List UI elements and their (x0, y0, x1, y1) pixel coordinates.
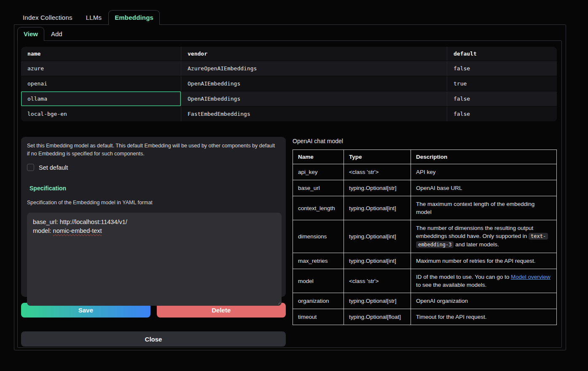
specification-yaml-editor[interactable]: base_url: http://localhost:11434/v1/ mod… (27, 213, 282, 306)
doc-column: OpenAI chat model Name Type Description (293, 137, 557, 347)
field-description: The number of dimensions the resulting o… (411, 220, 556, 253)
resize-handle-icon[interactable] (276, 300, 280, 304)
doc-table-header: Name Type Description (293, 150, 557, 164)
field-description: OpenAI organization (411, 293, 556, 309)
main-tab-bar: Index Collections LLMs Embeddings (14, 9, 588, 24)
field-type: typing.Optional[str] (344, 293, 411, 309)
doc-row-organization: organization typing.Optional[str] OpenAI… (293, 293, 557, 309)
field-description: Maximum number of retries for the API re… (411, 253, 556, 269)
field-type: <class 'str'> (344, 164, 411, 180)
set-default-row: Set default (27, 164, 280, 171)
doc-column-name: Name (293, 150, 344, 164)
table-row-openai[interactable]: openai OpenAIEmbeddings true (21, 76, 557, 91)
field-name: api_key (293, 164, 344, 180)
field-name: dimensions (293, 220, 344, 253)
field-description: API key (411, 164, 556, 180)
tab-add[interactable]: Add (44, 27, 69, 40)
table-row-azure[interactable]: azure AzureOpenAIEmbeddings false (21, 61, 557, 76)
doc-row-dimensions: dimensions typing.Optional[int] The numb… (293, 220, 557, 253)
model-fields-table: Name Type Description api_key <class 'st… (293, 149, 557, 325)
cell-default: false (447, 61, 557, 76)
field-name: max_retries (293, 253, 344, 269)
field-description: Timeout for the API request. (411, 309, 556, 325)
field-type: typing.Optional[float] (344, 309, 411, 325)
field-name: model (293, 269, 344, 293)
field-name: context_length (293, 196, 344, 220)
tab-embeddings[interactable]: Embeddings (108, 10, 160, 25)
tab-llms[interactable]: LLMs (79, 11, 108, 24)
table-row-ollama[interactable]: ollama OpenAIEmbeddings false (21, 91, 557, 107)
app-page: Index Collections LLMs Embeddings View A… (0, 0, 588, 371)
doc-column-description: Description (411, 150, 556, 164)
field-type: typing.Optional[int] (344, 196, 411, 220)
field-description: ID of the model to use. You can go to Mo… (411, 269, 556, 293)
embeddings-panel: View Add name vendor default azure Azure… (14, 24, 566, 350)
cell-name: azure (21, 61, 181, 76)
doc-panel-title: OpenAI chat model (293, 138, 557, 144)
default-settings-panel: Set this Embedding model as default. Thi… (21, 137, 286, 297)
doc-row-timeout: timeout typing.Optional[float] Timeout f… (293, 309, 557, 325)
detail-columns: Set this Embedding model as default. Thi… (21, 137, 558, 347)
cell-default: false (447, 91, 557, 106)
doc-row-base-url: base_url typing.Optional[str] OpenAI bas… (293, 180, 557, 196)
doc-column-type: Type (344, 150, 411, 164)
doc-row-api-key: api_key <class 'str'> API key (293, 164, 557, 180)
field-name: base_url (293, 180, 344, 196)
specification-help-text: Specification of the Embedding model in … (27, 200, 280, 206)
set-default-label: Set default (39, 164, 68, 171)
column-header-vendor: vendor (181, 47, 447, 61)
cell-name: local-bge-en (21, 107, 181, 121)
field-type: <class 'str'> (344, 269, 411, 293)
edit-column: Set this Embedding model as default. Thi… (21, 137, 286, 347)
set-default-help-text: Set this Embedding model as default. Thi… (27, 142, 277, 158)
embeddings-table-header: name vendor default (21, 47, 557, 61)
specification-heading: Specification (30, 185, 280, 192)
field-type: typing.Optional[str] (344, 180, 411, 196)
doc-row-context-length: context_length typing.Optional[int] The … (293, 196, 557, 220)
table-row-local-bge-en[interactable]: local-bge-en FastEmbedEmbeddings false (21, 107, 557, 122)
sub-tab-bar: View Add (17, 25, 561, 40)
field-name: timeout (293, 309, 344, 325)
field-description: The maximum context length of the embedd… (411, 196, 556, 220)
cell-default: true (447, 76, 557, 91)
cell-vendor: OpenAIEmbeddings (181, 91, 447, 106)
tab-view[interactable]: View (17, 27, 44, 41)
yaml-line-1: base_url: http://localhost:11434/v1/ (33, 218, 276, 227)
field-description: OpenAI base URL (411, 180, 556, 196)
view-panel: name vendor default azure AzureOpenAIEmb… (17, 40, 562, 348)
close-button[interactable]: Close (21, 331, 286, 347)
tab-index-collections[interactable]: Index Collections (16, 11, 79, 24)
field-name: organization (293, 293, 344, 309)
cell-vendor: AzureOpenAIEmbeddings (181, 61, 447, 76)
doc-row-max-retries: max_retries typing.Optional[int] Maximum… (293, 253, 557, 269)
column-header-default: default (447, 47, 557, 61)
cell-name-selected: ollama (21, 91, 181, 106)
cell-vendor: FastEmbedEmbeddings (181, 107, 447, 121)
yaml-line-2: model: nomic-embed-text (33, 227, 276, 235)
cell-default: false (447, 107, 557, 121)
field-type: typing.Optional[int] (344, 220, 411, 253)
set-default-checkbox[interactable] (27, 164, 34, 171)
model-overview-link[interactable]: Model overview (511, 274, 550, 280)
doc-row-model: model <class 'str'> ID of the model to u… (293, 269, 557, 293)
field-type: typing.Optional[int] (344, 253, 411, 269)
embeddings-table: name vendor default azure AzureOpenAIEmb… (21, 47, 557, 122)
column-header-name: name (21, 47, 181, 61)
cell-vendor: OpenAIEmbeddings (181, 76, 447, 91)
cell-name: openai (21, 76, 181, 91)
